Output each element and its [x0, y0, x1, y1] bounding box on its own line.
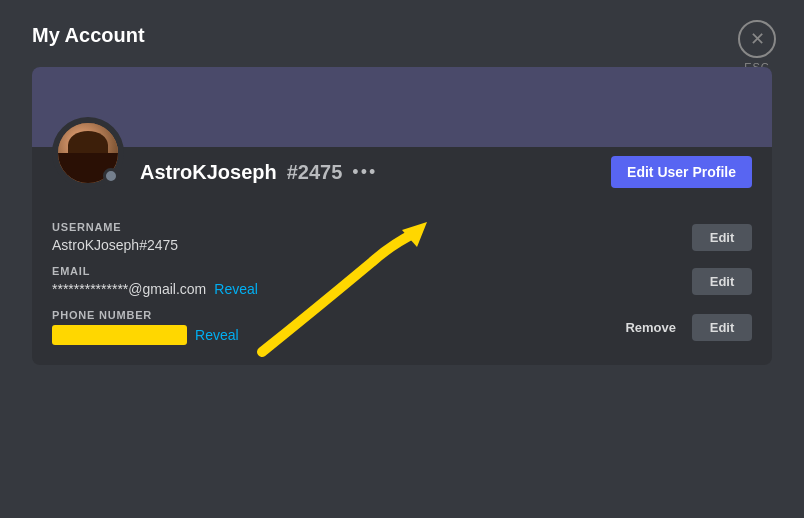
username-row: USERNAME AstroKJoseph#2475 Edit [52, 221, 752, 253]
phone-masked-value: ████████████ [52, 325, 187, 345]
username-edit-button[interactable]: Edit [692, 224, 752, 251]
status-indicator [103, 168, 119, 184]
username-display: AstroKJoseph [140, 161, 277, 184]
email-reveal-link[interactable]: Reveal [214, 281, 258, 297]
username-detail-content: USERNAME AstroKJoseph#2475 [52, 221, 178, 253]
phone-label: PHONE NUMBER [52, 309, 239, 321]
phone-actions: Remove Edit [617, 314, 752, 341]
profile-details: USERNAME AstroKJoseph#2475 Edit EMAIL **… [32, 205, 772, 365]
phone-row: PHONE NUMBER ████████████ Reveal Remove … [52, 309, 752, 345]
email-edit-button[interactable]: Edit [692, 268, 752, 295]
phone-value-area: ████████████ Reveal [52, 325, 239, 345]
email-row: EMAIL **************@gmail.com Reveal Ed… [52, 265, 752, 297]
username-value: AstroKJoseph#2475 [52, 237, 178, 253]
email-detail-content: EMAIL **************@gmail.com Reveal [52, 265, 258, 297]
phone-remove-button[interactable]: Remove [617, 314, 684, 341]
username-label: USERNAME [52, 221, 178, 233]
edit-profile-button[interactable]: Edit User Profile [611, 156, 752, 188]
profile-info-row: AstroKJoseph #2475 ••• Edit User Profile [32, 147, 772, 205]
username-discriminator: #2475 [287, 161, 343, 184]
avatar-wrapper [52, 117, 124, 189]
close-button[interactable]: ✕ ESC [738, 20, 776, 73]
phone-detail-content: PHONE NUMBER ████████████ Reveal [52, 309, 239, 345]
email-label: EMAIL [52, 265, 258, 277]
email-value-area: **************@gmail.com Reveal [52, 281, 258, 297]
more-options-button[interactable]: ••• [352, 162, 377, 183]
profile-banner [32, 67, 772, 147]
phone-reveal-link[interactable]: Reveal [195, 327, 239, 343]
username-area: AstroKJoseph #2475 ••• [140, 161, 611, 184]
close-icon: ✕ [738, 20, 776, 58]
phone-edit-button[interactable]: Edit [692, 314, 752, 341]
page-title: My Account [32, 24, 772, 47]
email-masked-value: **************@gmail.com [52, 281, 206, 297]
profile-card: AstroKJoseph #2475 ••• Edit User Profile… [32, 67, 772, 365]
